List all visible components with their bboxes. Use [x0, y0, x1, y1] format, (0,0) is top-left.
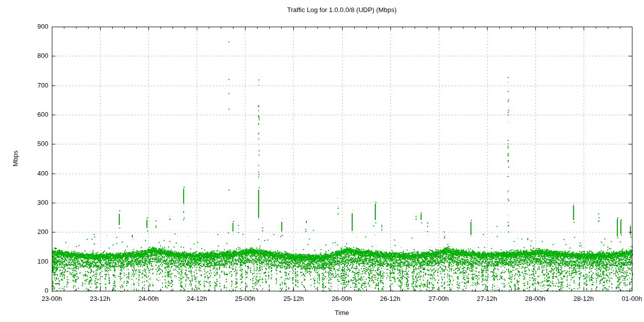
x-tick-label: 24-00h: [128, 295, 169, 302]
y-tick-label: 500: [20, 140, 48, 147]
x-tick-label: 24-12h: [177, 295, 217, 302]
y-tick-label: 100: [20, 258, 48, 265]
y-tick-label: 900: [20, 23, 48, 30]
x-axis-label: Time: [52, 309, 632, 316]
traffic-log-chart: Traffic Log for 1.0.0.0/8 (UDP) (Mbps) M…: [0, 0, 644, 322]
y-axis-label: Mbps: [12, 150, 19, 167]
y-tick-label: 200: [20, 228, 48, 235]
x-tick-label: 26-00h: [322, 295, 362, 302]
y-tick-label: 300: [20, 199, 48, 206]
y-tick-label: 600: [20, 111, 48, 118]
y-tick-label: 400: [20, 170, 48, 177]
y-tick-label: 0: [20, 287, 48, 294]
plot-area: [0, 0, 644, 322]
chart-title: Traffic Log for 1.0.0.0/8 (UDP) (Mbps): [52, 7, 632, 14]
x-tick-label: 01-00h: [612, 295, 644, 302]
y-tick-label: 700: [20, 82, 48, 89]
y-tick-label: 800: [20, 52, 48, 59]
x-tick-label: 28-12h: [564, 295, 604, 302]
x-tick-label: 23-00h: [32, 295, 72, 302]
x-tick-label: 26-12h: [370, 295, 411, 302]
x-tick-label: 27-12h: [467, 295, 507, 302]
x-tick-label: 25-00h: [225, 295, 265, 302]
x-tick-label: 27-00h: [419, 295, 459, 302]
x-tick-label: 23-12h: [80, 295, 120, 302]
x-tick-label: 25-12h: [273, 295, 313, 302]
x-tick-label: 28-00h: [515, 295, 555, 302]
